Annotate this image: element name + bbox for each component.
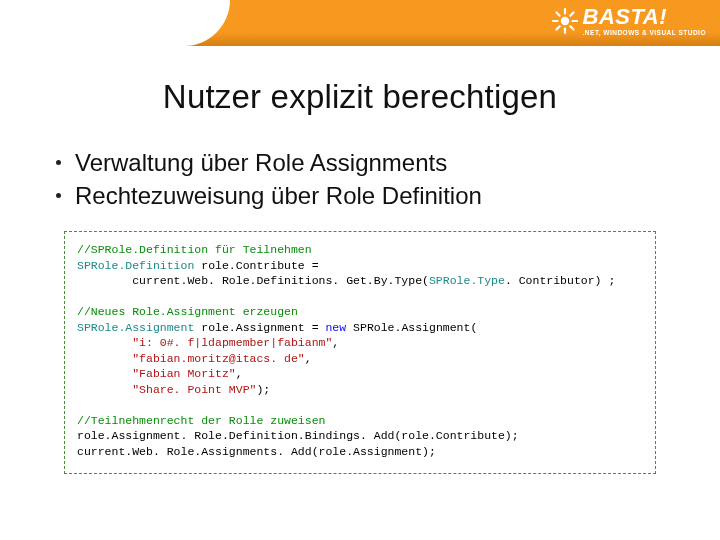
code-text: role.Assignment =	[201, 321, 325, 334]
list-item: Verwaltung über Role Assignments	[56, 148, 674, 178]
code-content: //SPRole.Definition für Teilnehmen SPRol…	[77, 242, 643, 459]
code-type: SPRole.Assignment	[77, 321, 201, 334]
code-text: . Contributor) ;	[505, 274, 615, 287]
code-block: //SPRole.Definition für Teilnehmen SPRol…	[64, 231, 656, 474]
code-string: "Fabian Moritz"	[77, 367, 236, 380]
svg-line-6	[570, 26, 573, 29]
slide-header: BASTA! .NET, WINDOWS & VISUAL STUDIO	[0, 0, 720, 46]
bullet-icon	[56, 193, 61, 198]
code-type: SPRole.Definition	[77, 259, 201, 272]
bullet-list: Verwaltung über Role Assignments Rechtez…	[56, 148, 674, 211]
code-text: ,	[332, 336, 339, 349]
svg-line-7	[570, 13, 573, 16]
brand-name: BASTA!	[583, 6, 706, 28]
code-type: SPRole.Type	[429, 274, 505, 287]
svg-line-8	[556, 26, 559, 29]
brand-logo: BASTA! .NET, WINDOWS & VISUAL STUDIO	[551, 6, 706, 36]
code-text: current.Web. Role.Assignments. Add(role.…	[77, 445, 436, 458]
slide-body: Nutzer explizit berechtigen Verwaltung ü…	[0, 46, 720, 474]
code-text: ,	[305, 352, 312, 365]
code-comment: //Teilnehmenrecht der Rolle zuweisen	[77, 414, 325, 427]
header-curve	[0, 0, 230, 46]
code-text: role.Contribute =	[201, 259, 325, 272]
svg-line-5	[556, 13, 559, 16]
bullet-icon	[56, 160, 61, 165]
code-text: ,	[236, 367, 243, 380]
bullet-text: Verwaltung über Role Assignments	[75, 148, 447, 178]
code-text: SPRole.Assignment(	[346, 321, 477, 334]
code-text: role.Assignment. Role.Definition.Binding…	[77, 429, 519, 442]
code-string: "fabian.moritz@itacs. de"	[77, 352, 305, 365]
code-text: );	[256, 383, 270, 396]
code-text: current.Web. Role.Definitions. Get.By.Ty…	[77, 274, 429, 287]
code-string: "Share. Point MVP"	[77, 383, 256, 396]
svg-point-0	[560, 17, 568, 25]
list-item: Rechtezuweisung über Role Definition	[56, 181, 674, 211]
code-comment: //SPRole.Definition für Teilnehmen	[77, 243, 312, 256]
bullet-text: Rechtezuweisung über Role Definition	[75, 181, 482, 211]
code-string: "i: 0#. f|ldapmember|fabianm"	[77, 336, 332, 349]
brand-tagline: .NET, WINDOWS & VISUAL STUDIO	[583, 29, 706, 36]
code-keyword: new	[325, 321, 346, 334]
sun-icon	[551, 7, 579, 35]
slide-title: Nutzer explizit berechtigen	[46, 78, 674, 116]
code-comment: //Neues Role.Assignment erzeugen	[77, 305, 298, 318]
